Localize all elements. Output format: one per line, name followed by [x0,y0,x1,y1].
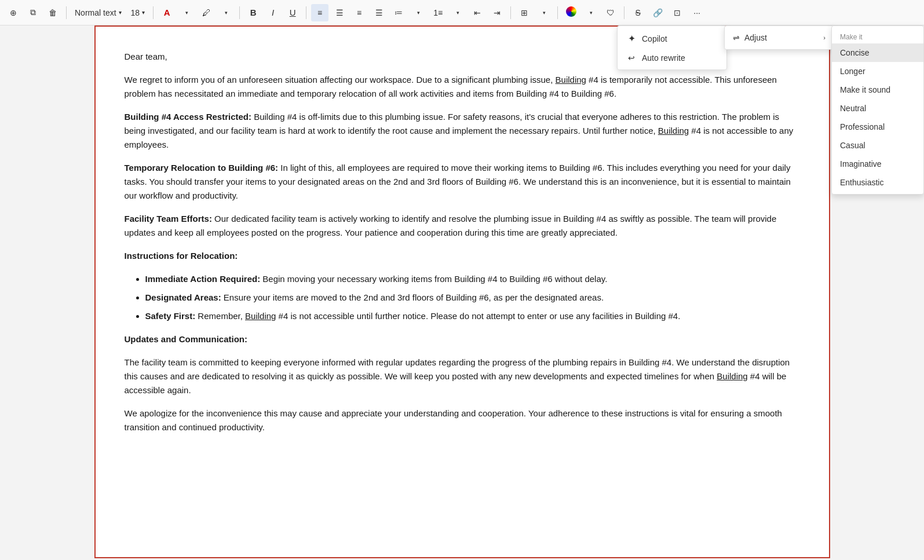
copilot-menu-item[interactable]: ✦ Copilot [618,28,726,49]
link-icon: 🔗 [653,8,663,17]
toolbar: ⊕ ⧉ 🗑 Normal text ▾ 18 ▾ A ▾ 🖊 ▾ B I U [0,0,924,25]
highlight-chevron[interactable]: ▾ [217,4,235,21]
section2-title: Temporary Relocation to Building #6: [125,163,279,173]
copilot-icon: ✦ [626,33,637,44]
document[interactable]: Dear team, We regret to inform you of an… [94,25,830,558]
concise-label: Concise [840,48,870,57]
adjust-label: Adjust [744,33,767,42]
delete-icon: 🗑 [49,8,57,17]
building4-ref3: Building [245,311,276,321]
building4-ref2: Building [658,126,689,136]
updates-title: Updates and Communication: [125,332,800,346]
decrease-indent-button[interactable]: ⇤ [469,4,486,21]
link-button[interactable]: 🔗 [649,4,666,21]
overflow-button[interactable]: ··· [688,4,706,21]
align-justify-icon: ☰ [375,8,383,17]
align-center-button[interactable]: ☰ [331,4,348,21]
enthusiastic-label: Enthusiastic [840,178,883,187]
document-wrapper: Dear team, We regret to inform you of an… [0,25,924,558]
instructions-label: Instructions for Relocation: [125,251,238,261]
enthusiastic-item[interactable]: Enthusiastic [832,173,923,192]
font-color-button[interactable]: A [158,4,176,21]
section1-title: Building #4 Access Restricted: [125,112,252,122]
building4-ref1: Building [556,75,586,85]
bullet1-body: Begin moving your necessary working item… [260,274,607,284]
concise-item[interactable]: Concise [832,43,923,62]
overflow-icon: ··· [693,8,700,17]
divider4 [306,6,306,19]
copy-icon: ⧉ [30,8,36,17]
adjust-menu-item[interactable]: ⇌ Adjust › [725,28,834,47]
longer-item[interactable]: Longer [832,62,923,80]
neutral-label: Neutral [840,104,866,113]
underline-button[interactable]: U [284,4,301,21]
underline-icon: U [290,8,296,17]
section1: Building #4 Access Restricted: Building … [125,110,800,152]
highlight-icon: 🖊 [202,8,211,17]
align-center-icon: ☰ [336,8,344,17]
bullet3: Safety First: Remember, Building #4 is n… [145,309,800,323]
copilot-label: Copilot [642,34,667,43]
auto-rewrite-label: Auto rewrite [642,53,685,63]
section3: Facility Team Efforts: Our dedicated fac… [125,212,800,240]
table-button[interactable]: ⊞ [516,4,533,21]
align-left-button[interactable]: ≡ [311,4,328,21]
fontsize-label: 18 [131,8,140,17]
auto-rewrite-icon: ↩ [626,53,637,63]
strikethrough-button[interactable]: S [629,4,647,21]
shield-button[interactable]: 🛡 [602,4,619,21]
fontsize-dropdown[interactable]: 18 ▾ [127,4,149,21]
copilot-dropdown: ✦ Copilot ↩ Auto rewrite [617,25,727,70]
imaginative-label: Imaginative [840,159,882,169]
font-color-chevron[interactable]: ▾ [178,4,195,21]
neutral-item[interactable]: Neutral [832,99,923,118]
section2: Temporary Relocation to Building #6: In … [125,161,800,203]
adjust-sliders-icon: ⇌ [733,33,740,42]
copilot-color-button[interactable] [563,4,580,21]
longer-label: Longer [840,67,865,76]
building4-ref4: Building [717,371,747,381]
bullet2: Designated Areas: Ensure your items are … [145,291,800,305]
increase-indent-button[interactable]: ⇥ [488,4,506,21]
more-button[interactable]: ⊡ [669,4,686,21]
style-dropdown[interactable]: Normal text ▾ [71,4,125,21]
style-label: Normal text [75,8,116,17]
italic-icon: I [272,8,274,17]
italic-button[interactable]: I [264,4,282,21]
style-chevron-icon: ▾ [119,9,122,16]
make-it-sound-item[interactable]: Make it sound [832,80,923,99]
instructions-title: Instructions for Relocation: [125,249,800,263]
main-area: Dear team, We regret to inform you of an… [0,25,924,558]
align-right-button[interactable]: ≡ [350,4,368,21]
adjust-dropdown: ⇌ Adjust › [724,25,834,50]
bullet1: Immediate Action Required: Begin moving … [145,272,800,286]
professional-item[interactable]: Professional [832,118,923,136]
delete-button[interactable]: 🗑 [44,4,61,21]
bullet3-title: Safety First: [145,311,196,321]
make-it-dropdown: Make it Concise Longer Make it sound Neu… [831,25,924,195]
divider2 [153,6,154,19]
bullet-chevron[interactable]: ▾ [410,4,427,21]
casual-item[interactable]: Casual [832,136,923,155]
bold-button[interactable]: B [244,4,262,21]
numbered-chevron[interactable]: ▾ [449,4,466,21]
copilot-chevron[interactable]: ▾ [582,4,600,21]
highlight-button[interactable]: 🖊 [198,4,215,21]
divider7 [624,6,624,19]
divider5 [510,6,511,19]
table-icon: ⊞ [521,8,528,17]
add-button[interactable]: ⊕ [5,4,22,21]
divider3 [239,6,240,19]
add-icon: ⊕ [10,8,17,17]
copy-button[interactable]: ⧉ [24,4,42,21]
numbered-list-button[interactable]: 1≡ [429,4,447,21]
bullet-list-button[interactable]: ≔ [390,4,407,21]
table-chevron[interactable]: ▾ [535,4,553,21]
imaginative-item[interactable]: Imaginative [832,155,923,173]
copilot-color-icon [566,6,576,19]
paragraph1: We regret to inform you of an unforeseen… [125,73,800,101]
updates-label: Updates and Communication: [125,334,248,344]
auto-rewrite-menu-item[interactable]: ↩ Auto rewrite [618,49,726,67]
updates-body: The facility team is committed to keepin… [125,356,800,397]
align-justify-button[interactable]: ☰ [370,4,388,21]
